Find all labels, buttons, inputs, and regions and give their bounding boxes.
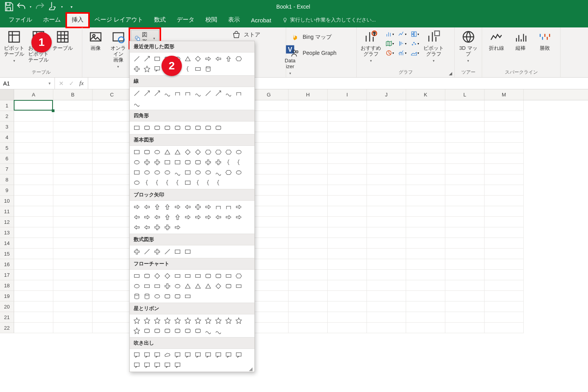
cell[interactable] xyxy=(406,153,445,164)
cell[interactable] xyxy=(406,217,445,227)
shape-option[interactable] xyxy=(214,89,223,98)
row-header[interactable]: 3 xyxy=(0,122,14,132)
chevron-down-icon[interactable]: ▾ xyxy=(60,1,64,12)
shape-option[interactable] xyxy=(183,123,192,132)
cell[interactable] xyxy=(289,280,328,291)
shape-option[interactable] xyxy=(224,158,233,167)
shape-option[interactable] xyxy=(193,281,203,291)
shape-option[interactable] xyxy=(214,212,223,222)
cell[interactable] xyxy=(445,323,485,333)
cell[interactable] xyxy=(249,270,289,280)
shape-option[interactable] xyxy=(173,361,182,370)
cell[interactable] xyxy=(367,164,406,174)
cell[interactable] xyxy=(53,249,93,259)
shape-option[interactable] xyxy=(132,326,142,336)
cell[interactable] xyxy=(93,174,132,185)
shape-option[interactable] xyxy=(152,202,162,212)
cell[interactable] xyxy=(289,153,328,164)
shape-option[interactable] xyxy=(173,247,182,256)
cell[interactable] xyxy=(249,153,289,164)
map-chart-button[interactable]: ▾ xyxy=(384,39,395,48)
cell[interactable] xyxy=(249,238,289,249)
statistical-chart-button[interactable]: ▾ xyxy=(397,39,408,48)
cell[interactable] xyxy=(289,238,328,249)
row-header[interactable]: 21 xyxy=(0,312,14,323)
shape-option[interactable] xyxy=(163,202,172,212)
shape-option[interactable] xyxy=(193,316,203,325)
shape-option[interactable] xyxy=(152,178,162,187)
cell[interactable] xyxy=(249,196,289,206)
cell[interactable] xyxy=(53,291,93,301)
cell[interactable] xyxy=(14,291,53,301)
people-graph-button[interactable]: People Graph xyxy=(289,48,338,58)
shape-option[interactable] xyxy=(214,123,223,132)
cell[interactable] xyxy=(14,312,53,323)
cell[interactable] xyxy=(328,323,367,333)
cell[interactable] xyxy=(289,291,328,301)
shape-option[interactable] xyxy=(152,247,162,256)
shape-option[interactable] xyxy=(173,281,182,291)
row-header[interactable]: 13 xyxy=(0,227,14,238)
cell[interactable] xyxy=(406,132,445,143)
shape-option[interactable] xyxy=(203,64,213,74)
cell[interactable] xyxy=(445,122,485,132)
cell[interactable] xyxy=(485,164,524,174)
cell[interactable] xyxy=(445,291,485,301)
cell[interactable] xyxy=(328,164,367,174)
cell[interactable] xyxy=(93,249,132,259)
shape-option[interactable] xyxy=(193,178,203,187)
fill-handle[interactable] xyxy=(52,109,54,112)
cell[interactable] xyxy=(249,301,289,312)
column-header[interactable]: J xyxy=(367,89,406,100)
shape-option[interactable] xyxy=(132,361,142,370)
shape-option[interactable] xyxy=(203,178,213,187)
shape-option[interactable] xyxy=(183,292,192,301)
cell[interactable] xyxy=(485,143,524,153)
hierarchy-chart-button[interactable]: ▾ xyxy=(409,30,420,38)
shape-option[interactable] xyxy=(163,350,172,360)
shape-option[interactable] xyxy=(142,123,152,132)
shape-option[interactable] xyxy=(183,158,192,167)
cell[interactable] xyxy=(328,122,367,132)
cell[interactable] xyxy=(93,312,132,323)
cell[interactable] xyxy=(93,291,132,301)
shape-option[interactable] xyxy=(234,271,243,281)
shape-option[interactable] xyxy=(203,158,213,167)
cell[interactable] xyxy=(485,174,524,185)
row-header[interactable]: 2 xyxy=(0,111,14,122)
column-header[interactable]: C xyxy=(93,89,132,100)
shape-option[interactable] xyxy=(132,178,142,187)
shape-option[interactable] xyxy=(203,89,213,98)
shape-option[interactable] xyxy=(173,202,182,212)
cell[interactable] xyxy=(367,249,406,259)
cell[interactable] xyxy=(328,174,367,185)
cell[interactable] xyxy=(93,111,132,122)
row-header[interactable]: 6 xyxy=(0,153,14,164)
row-header[interactable]: 4 xyxy=(0,132,14,143)
shape-option[interactable] xyxy=(224,316,233,325)
cell[interactable] xyxy=(406,206,445,217)
shape-option[interactable] xyxy=(152,361,162,370)
shape-option[interactable] xyxy=(193,271,203,281)
cell[interactable] xyxy=(445,153,485,164)
shape-option[interactable] xyxy=(183,89,192,98)
shape-option[interactable] xyxy=(152,54,162,64)
shape-option[interactable] xyxy=(132,202,142,212)
cell[interactable] xyxy=(485,217,524,227)
cell[interactable] xyxy=(14,206,53,217)
cell[interactable] xyxy=(328,196,367,206)
shape-option[interactable] xyxy=(132,89,142,98)
cell[interactable] xyxy=(367,259,406,270)
cell[interactable] xyxy=(328,185,367,196)
shape-option[interactable] xyxy=(132,350,142,360)
shape-option[interactable] xyxy=(214,202,223,212)
row-header[interactable]: 22 xyxy=(0,323,14,333)
cell[interactable] xyxy=(289,132,328,143)
shape-option[interactable] xyxy=(132,64,142,74)
table-button[interactable]: テーブル xyxy=(52,30,74,51)
cell[interactable] xyxy=(406,185,445,196)
select-all-corner[interactable] xyxy=(0,89,14,100)
cell[interactable] xyxy=(93,164,132,174)
shape-option[interactable] xyxy=(183,178,192,187)
shape-option[interactable] xyxy=(214,147,223,157)
